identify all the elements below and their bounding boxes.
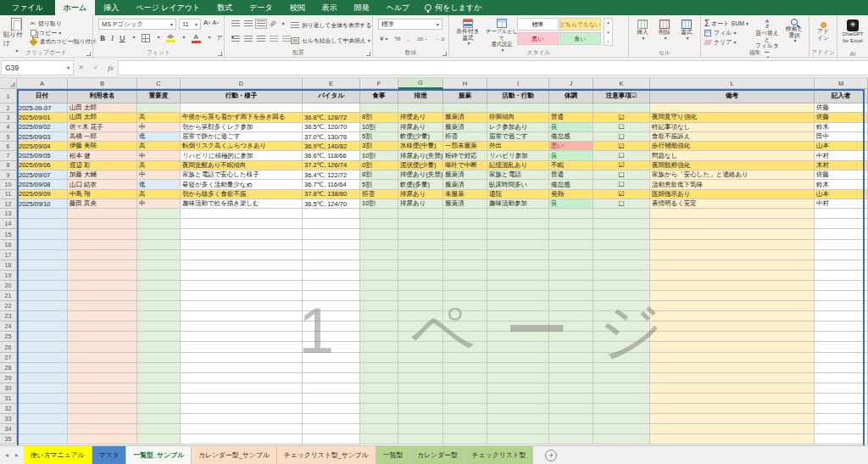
grow-font-button[interactable]: A˄ (203, 19, 210, 26)
cell-H24[interactable] (443, 321, 487, 332)
cell-G27[interactable] (398, 353, 443, 363)
cell-C4[interactable]: 中 (137, 123, 181, 132)
row-number-20[interactable]: 20 (0, 281, 17, 291)
cell-B9[interactable]: 加藤 大輔 (68, 171, 137, 180)
cell-L20[interactable] (650, 281, 815, 291)
enter-icon[interactable]: ✓ (93, 64, 99, 71)
cell-E6[interactable]: 36.9℃, 140/82 (303, 142, 360, 151)
cell-L22[interactable] (650, 301, 815, 311)
cell-E24[interactable] (303, 321, 360, 332)
row-number-14[interactable]: 14 (0, 219, 17, 229)
header-cell-M[interactable]: 記入者 (815, 89, 868, 103)
sheet-tab-一覧型_サンプル[interactable]: 一覧型_サンプル (126, 446, 192, 464)
cell-L18[interactable] (650, 260, 815, 271)
cell-G12[interactable]: 排尿あり (398, 199, 443, 209)
cell-A16[interactable] (17, 240, 68, 250)
cell-F34[interactable] (360, 424, 398, 434)
cell-A19[interactable] (17, 271, 68, 281)
cell-D32[interactable] (181, 404, 303, 414)
cell-L5[interactable]: 食欲不振訴え (650, 132, 815, 142)
cell-F3[interactable]: 8割 (360, 113, 398, 122)
cell-J13[interactable] (549, 209, 593, 219)
cell-F4[interactable]: 10割 (360, 123, 398, 132)
cell-I15[interactable] (487, 229, 549, 239)
gallery-up-icon[interactable]: ▴ (607, 20, 609, 25)
cell-D20[interactable] (181, 281, 303, 291)
row-number-7[interactable]: 7 (0, 151, 17, 160)
cell-B29[interactable] (68, 373, 137, 383)
row-number-33[interactable]: 33 (0, 414, 17, 424)
cell-I20[interactable] (487, 281, 549, 291)
cell-C9[interactable]: 中 (137, 171, 181, 180)
cell-C24[interactable] (137, 321, 181, 332)
cell-J12[interactable]: 良 (549, 199, 593, 209)
cell-K6[interactable]: ☑ (593, 142, 650, 151)
cell-J7[interactable]: 良 (549, 151, 593, 160)
cell-A29[interactable] (17, 373, 68, 383)
cell-B2[interactable]: 山田 太郎 (68, 103, 137, 113)
font-name-select[interactable]: MS Pゴシック▾ (98, 19, 176, 30)
cell-A4[interactable]: 2025/09/02 (17, 123, 68, 132)
cell-I25[interactable] (487, 332, 549, 342)
cell-D3[interactable]: 午後から落ち着かず廊下を歩き回る (181, 113, 303, 122)
cell-F9[interactable]: 8割 (360, 171, 398, 180)
cell-E8[interactable]: 37.2℃, 126/74 (303, 161, 360, 171)
cell-A15[interactable] (17, 229, 68, 239)
row-number-28[interactable]: 28 (0, 363, 17, 373)
header-cell-K[interactable]: 注意事項☑ (593, 89, 650, 103)
cell-A25[interactable] (17, 332, 68, 342)
cell-K34[interactable] (593, 424, 650, 434)
header-cell-G[interactable]: 排泄 (398, 89, 443, 103)
cell-M12[interactable]: 中村 (815, 199, 868, 209)
cell-M27[interactable] (815, 353, 868, 363)
cell-A2[interactable]: 2025-09-07 (17, 103, 68, 113)
format-painter-button[interactable]: 書式のコピー/貼り付け (31, 37, 96, 47)
shrink-font-button[interactable]: A˅ (213, 20, 220, 25)
cell-D13[interactable] (181, 209, 303, 219)
cell-H6[interactable]: 一部未服薬 (443, 142, 487, 151)
sheet-nav-right-icon[interactable]: ▸ (15, 451, 19, 459)
cell-A27[interactable] (17, 353, 68, 363)
cell-M3[interactable]: 佐藤 (815, 113, 868, 122)
cell-L12[interactable]: 表情明るく安定 (650, 199, 815, 209)
cell-G16[interactable] (398, 240, 443, 250)
cell-J29[interactable] (549, 373, 593, 383)
sheet-tab-使い方マニュアル[interactable]: 使い方マニュアル (24, 446, 92, 464)
cell-M22[interactable] (815, 301, 868, 311)
cell-G4[interactable]: 排尿あり (398, 123, 443, 132)
cell-F14[interactable] (360, 219, 398, 229)
cell-L8[interactable]: 夜間観察強化 (650, 161, 815, 171)
cell-I31[interactable] (487, 394, 549, 404)
cell-I32[interactable] (487, 404, 549, 414)
cell-H12[interactable]: 服薬済 (443, 199, 487, 209)
chatgpt-button[interactable]: ✳ ChatGPT for Excel (839, 20, 866, 44)
cell-C18[interactable] (137, 260, 181, 271)
cell-H8[interactable]: 嘔吐で中断 (443, 161, 487, 171)
cell-E32[interactable] (303, 404, 360, 414)
cell-F15[interactable] (360, 229, 398, 239)
cell-E28[interactable] (303, 363, 360, 373)
cell-J22[interactable] (549, 301, 593, 311)
cell-K32[interactable] (593, 404, 650, 414)
cut-button[interactable]: ✂切り取り (31, 19, 96, 28)
cell-D23[interactable] (181, 311, 303, 321)
cell-M2[interactable]: 佐藤 (815, 103, 868, 113)
cell-J5[interactable]: 倦怠感 (549, 132, 593, 142)
cell-A6[interactable]: 2025/09/04 (17, 142, 68, 151)
cell-D10[interactable]: 昼寝が多く活動量少なめ (181, 180, 303, 189)
cell-M23[interactable] (815, 311, 868, 321)
gallery-scrollbar[interactable]: ▴ ▾ ▿ (604, 18, 613, 46)
cell-K25[interactable] (593, 332, 650, 342)
row-number-30[interactable]: 30 (0, 383, 17, 394)
cell-D34[interactable] (181, 424, 303, 434)
cell-J26[interactable] (549, 342, 593, 352)
cell-M28[interactable] (815, 363, 868, 373)
cell-G21[interactable] (398, 291, 443, 301)
gallery-down-icon[interactable]: ▾ (607, 30, 609, 35)
cell-B34[interactable] (68, 424, 137, 434)
fill-button[interactable]: フィル▾ (704, 28, 748, 37)
ribbon-tab-データ[interactable]: データ (241, 0, 281, 15)
cell-A17[interactable] (17, 250, 68, 260)
cell-K15[interactable] (593, 229, 650, 239)
cell-B5[interactable]: 高橋 一郎 (68, 132, 137, 142)
